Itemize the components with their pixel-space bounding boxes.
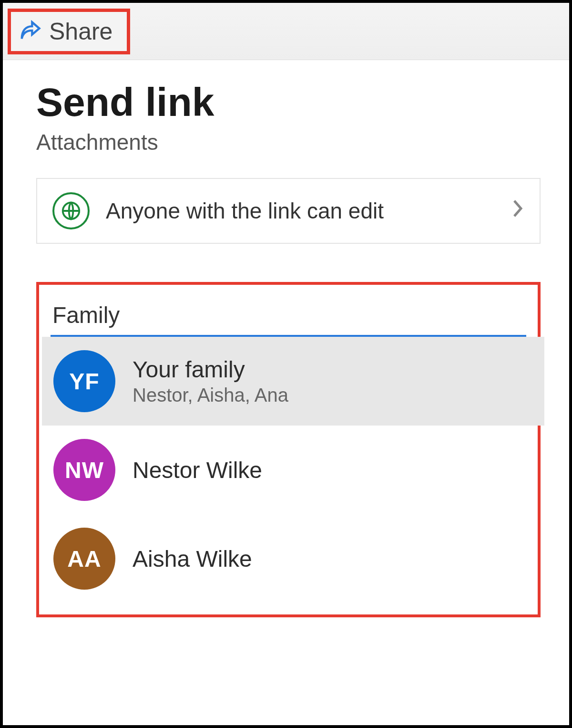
suggestion-text: Your family Nestor, Aisha, Ana	[133, 356, 288, 406]
recipient-search-input[interactable]	[51, 297, 526, 337]
avatar: NW	[53, 439, 115, 501]
avatar-initials: YF	[69, 368, 99, 395]
app-frame: Share Send link Attachments Anyone with …	[0, 0, 572, 728]
share-button-label: Share	[49, 18, 112, 45]
search-field-wrap	[42, 291, 535, 337]
suggestion-your-family[interactable]: YF Your family Nestor, Aisha, Ana	[42, 337, 544, 426]
suggestion-list: YF Your family Nestor, Aisha, Ana NW Nes…	[42, 337, 535, 603]
dialog-subtitle: Attachments	[36, 129, 541, 155]
suggestion-name: Aisha Wilke	[133, 546, 252, 572]
share-icon	[18, 19, 42, 44]
people-picker: YF Your family Nestor, Aisha, Ana NW Nes…	[36, 282, 541, 617]
avatar-initials: AA	[67, 546, 101, 572]
suggestion-name: Nestor Wilke	[133, 457, 262, 483]
avatar: YF	[53, 350, 115, 412]
suggestion-text: Aisha Wilke	[133, 546, 252, 572]
suggestion-name: Your family	[133, 356, 288, 383]
permission-label: Anyone with the link can edit	[106, 198, 495, 224]
share-button[interactable]: Share	[8, 9, 130, 54]
link-permission-selector[interactable]: Anyone with the link can edit	[36, 178, 541, 244]
avatar: AA	[53, 528, 115, 590]
globe-icon	[52, 192, 90, 229]
avatar-initials: NW	[65, 457, 104, 483]
suggestion-subtext: Nestor, Aisha, Ana	[133, 385, 288, 406]
suggestion-aisha-wilke[interactable]: AA Aisha Wilke	[42, 514, 544, 603]
toolbar: Share	[3, 3, 569, 60]
chevron-right-icon	[511, 197, 525, 225]
suggestion-text: Nestor Wilke	[133, 457, 262, 483]
suggestion-nestor-wilke[interactable]: NW Nestor Wilke	[42, 426, 544, 514]
dialog-title: Send link	[36, 79, 541, 125]
share-dialog: Send link Attachments Anyone with the li…	[3, 60, 569, 617]
